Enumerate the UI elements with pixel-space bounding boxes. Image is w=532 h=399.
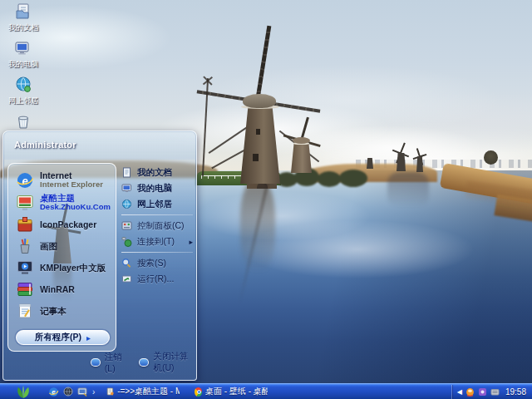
quick-launch-show-desktop[interactable] [76, 387, 87, 397]
windmill-medium [281, 116, 324, 175]
kmplayer-icon [16, 259, 34, 277]
network-places-icon [14, 76, 32, 94]
tray-input-method-icon[interactable] [490, 387, 500, 397]
menu-item-title: 画图 [40, 242, 57, 251]
internet-explorer-icon: e [16, 171, 34, 190]
windmill-distant-1 [366, 155, 374, 169]
shut-down-icon [139, 358, 149, 367]
shut-down-button[interactable]: 关闭计算机(U) [139, 351, 196, 374]
start-menu-header: Administrator [3, 131, 196, 160]
all-programs-label: 所有程序(P) [35, 332, 81, 343]
iconpackager-icon [16, 215, 34, 234]
menu-item-my-documents[interactable]: 我的文档 [120, 165, 195, 180]
desktop-icon-my-computer[interactable]: 我的电脑 [3, 39, 43, 70]
start-menu-places-panel: 我的文档 我的电脑 网上邻居 [120, 165, 195, 287]
menu-separator [121, 214, 193, 215]
distant-windmill-reflection [387, 172, 429, 207]
menu-item-title: 记事本 [40, 307, 66, 316]
menu-item-network-places[interactable]: 网上邻居 [120, 196, 195, 212]
menu-item-label: 搜索(S) [137, 258, 166, 269]
paint-icon [16, 237, 34, 255]
windmill-distant-3 [411, 148, 431, 172]
menu-item-zhuoku-theme[interactable]: 桌酷主题 Desk.ZhuoKu.Com [14, 191, 116, 214]
quick-launch-overflow-chevron[interactable]: › [92, 387, 95, 397]
user-name: Administrator [14, 140, 76, 150]
menu-item-notepad[interactable]: 记事本 [14, 300, 116, 322]
log-off-button[interactable]: 注销(L) [91, 352, 126, 373]
recycle-bin-icon [14, 112, 32, 131]
menu-item-label: 我的文档 [137, 167, 172, 179]
menu-item-run[interactable]: 运行(R)... [120, 271, 195, 287]
my-computer-icon [14, 39, 32, 57]
quick-launch-bar: e › [48, 387, 95, 397]
menu-item-search[interactable]: 搜索(S) [120, 255, 195, 271]
system-tray: ◀ 19:58 [451, 385, 530, 399]
menu-item-connect-to[interactable]: 连接到(T) ▸ [120, 234, 195, 249]
menu-item-label: 运行(R)... [137, 273, 174, 285]
menu-separator [121, 252, 193, 253]
menu-item-control-panel[interactable]: 控制面板(C) [120, 218, 195, 234]
log-off-icon [91, 358, 101, 367]
menu-item-label: 控制面板(C) [137, 220, 185, 232]
desktop-icon-list: 我的文档 我的电脑 网上邻居 [3, 2, 43, 136]
task-button-label: -=>>桌酷主题 - Mic... [117, 386, 180, 397]
notepad-icon [16, 302, 34, 320]
menu-item-subtitle: Internet Explorer [40, 180, 103, 189]
network-places-small-icon [121, 199, 132, 209]
log-off-label: 注销(L) [105, 352, 126, 373]
desktop-icon-label: 我的电脑 [3, 59, 43, 70]
start-menu-footer: 注销(L) 关闭计算机(U) [91, 351, 196, 374]
menu-item-subtitle: Desk.ZhuoKu.Com [40, 203, 111, 211]
menu-item-kmplayer[interactable]: KMPlayer中文版 [14, 257, 116, 278]
globe-small-icon [63, 387, 73, 397]
ie-small-icon: e [48, 387, 59, 397]
menu-item-label: 网上邻居 [137, 199, 172, 210]
my-documents-icon [14, 2, 32, 21]
desktop-icon-my-documents[interactable]: 我的文档 [3, 2, 43, 33]
desktop: 我的文档 我的电脑 网上邻居 [0, 0, 532, 399]
menu-item-winrar[interactable]: WinRAR [14, 278, 116, 300]
tray-collapse-chevron[interactable]: ◀ [457, 388, 462, 396]
taskbar: e › [0, 383, 532, 399]
all-programs-button[interactable]: 所有程序(P) ▸ [16, 330, 110, 345]
menu-item-title: IconPackager [40, 220, 96, 229]
menu-item-title: WinRAR [40, 285, 75, 294]
menu-item-iconpackager[interactable]: IconPackager [14, 214, 116, 235]
my-documents-small-icon [121, 167, 132, 178]
menu-item-label: 我的电脑 [137, 183, 172, 195]
start-menu: Administrator e Internet Internet Explor… [2, 131, 197, 381]
desktop-icon-network-places[interactable]: 网上邻居 [3, 76, 43, 106]
quick-launch-browser-globe[interactable] [62, 387, 73, 397]
connect-to-icon [121, 236, 132, 247]
taskbar-clock[interactable]: 19:58 [505, 387, 526, 397]
search-icon [121, 258, 132, 268]
wallpaper-tree [484, 150, 498, 165]
menu-item-label: 连接到(T) [137, 236, 175, 248]
tray-messenger-icon[interactable] [478, 387, 487, 397]
menu-item-paint[interactable]: 画图 [14, 235, 116, 257]
start-leaf-icon [12, 385, 34, 399]
winrar-icon [16, 280, 34, 298]
chrome-icon [195, 387, 202, 397]
menu-item-title: KMPlayer中文版 [40, 264, 106, 273]
shut-down-label: 关闭计算机(U) [153, 351, 196, 374]
zhuoku-icon [16, 194, 34, 212]
start-menu-pinned-panel: e Internet Internet Explorer [7, 163, 116, 352]
my-computer-small-icon [121, 183, 132, 194]
task-button-chrome-wallpaper[interactable]: 桌面 - 壁纸 - 桌酷壁... [191, 385, 271, 398]
run-icon [121, 273, 132, 284]
task-button-zhuoku-ie[interactable]: -=>>桌酷主题 - Mic... [103, 385, 183, 398]
start-button[interactable] [0, 384, 47, 399]
desktop-icon-label: 我的文档 [3, 22, 43, 33]
all-programs-arrow-icon: ▸ [86, 333, 91, 342]
menu-item-internet[interactable]: e Internet Internet Explorer [14, 169, 116, 191]
control-panel-icon [121, 220, 132, 231]
desktop-icon-recycle-bin[interactable] [3, 112, 43, 131]
menu-item-my-computer[interactable]: 我的电脑 [120, 180, 195, 196]
task-window-icon [106, 387, 114, 397]
task-button-label: 桌面 - 壁纸 - 桌酷壁... [205, 386, 268, 397]
windmill-distant-2 [389, 142, 412, 171]
quick-launch-ie[interactable]: e [48, 387, 59, 397]
tray-qq-icon[interactable] [466, 387, 475, 397]
show-desktop-icon [77, 387, 87, 397]
